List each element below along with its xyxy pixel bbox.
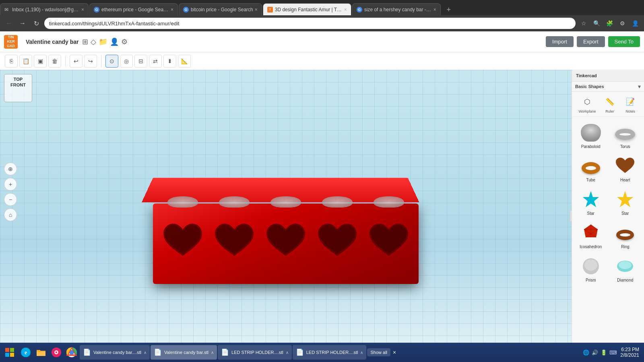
shape-icosahedron[interactable]: Icosahedron bbox=[575, 220, 607, 251]
diamond-label: Diamond bbox=[617, 278, 633, 282]
folder-icon[interactable]: 📁 bbox=[99, 37, 107, 46]
tab-tinkercad[interactable]: T 3D design Fantastic Amur | Tinke... × bbox=[263, 3, 351, 15]
shape-prism[interactable]: Prism bbox=[575, 254, 607, 284]
tab-close-candy[interactable]: × bbox=[433, 7, 436, 12]
panel-collapse-arrow[interactable]: › bbox=[570, 210, 572, 222]
tab-ethereum[interactable]: G ethereum price - Google Search × bbox=[89, 3, 178, 15]
taskbar-clock[interactable]: 6:23 PM 2/8/2021 bbox=[620, 347, 639, 358]
group-button[interactable]: ▣ bbox=[34, 55, 47, 68]
zoom-in-button[interactable]: + bbox=[4, 178, 17, 191]
3d-model-container bbox=[141, 147, 431, 300]
tab-close-bitcoin[interactable]: × bbox=[255, 7, 258, 12]
export-button[interactable]: Export bbox=[577, 36, 605, 47]
account-icon[interactable]: 👤 bbox=[630, 18, 641, 29]
shape-diamond[interactable]: Diamond bbox=[610, 254, 641, 284]
tab-bitcoin[interactable]: G bitcoin price - Google Search × bbox=[179, 3, 262, 15]
tab-close-inbox[interactable]: × bbox=[81, 7, 84, 12]
settings-icon[interactable]: ⚙ bbox=[617, 18, 628, 29]
zoom-to-fit-button[interactable]: ⊕ bbox=[4, 162, 17, 175]
user-icon[interactable]: 👤 bbox=[110, 37, 119, 46]
tab-inbox[interactable]: ✉ Inbox (1,190) - wdavisonj@gm... × bbox=[0, 3, 89, 15]
systray-icons: 🌐 🔊 🔋 ⌨ bbox=[583, 350, 617, 356]
shape-tube[interactable]: Tube bbox=[575, 154, 607, 184]
redo-button[interactable]: ↪ bbox=[84, 55, 97, 68]
taskbar-item-3-indicator[interactable]: ∧ bbox=[286, 350, 289, 355]
grid-view-icon[interactable]: ⊞ bbox=[82, 37, 88, 46]
measure-button[interactable]: 📐 bbox=[178, 55, 191, 68]
shape-tool-icon[interactable]: ◇ bbox=[91, 37, 96, 46]
torus-label: Torus bbox=[620, 144, 630, 149]
project-title[interactable]: Valentine candy bar bbox=[26, 39, 79, 45]
home-view-button[interactable]: ⌂ bbox=[4, 208, 17, 221]
workplane-tool[interactable]: ⬡ Workplane bbox=[579, 95, 596, 113]
paste-button[interactable]: 📋 bbox=[19, 55, 32, 68]
new-tab-button[interactable]: + bbox=[443, 4, 454, 15]
ring-label: Ring bbox=[621, 245, 630, 249]
notes-tool[interactable]: 📝 Notes bbox=[623, 95, 637, 113]
forward-button[interactable]: → bbox=[17, 18, 28, 29]
taskbar-item-4[interactable]: 📄 LED STRIP HOLDER....stl ∧ bbox=[293, 345, 367, 360]
tab-favicon-candy: G bbox=[357, 7, 362, 12]
svg-rect-12 bbox=[10, 348, 14, 352]
bump-2 bbox=[219, 196, 250, 208]
shape-ring[interactable]: Ring bbox=[610, 220, 641, 251]
extensions-icon[interactable]: 🧩 bbox=[604, 18, 615, 29]
taskbar-date-value: 2/8/2021 bbox=[620, 352, 639, 358]
category-dropdown-arrow[interactable]: ▾ bbox=[638, 83, 641, 90]
battery-icon[interactable]: 🔋 bbox=[601, 350, 607, 356]
music-player-icon[interactable] bbox=[49, 345, 64, 360]
mirror-button[interactable]: ⬍ bbox=[163, 55, 176, 68]
zoom-out-button[interactable]: − bbox=[4, 193, 17, 206]
tinkercad-logo[interactable]: TINKERCAD bbox=[4, 35, 18, 49]
tab-close-tinkercad[interactable]: × bbox=[344, 7, 347, 12]
back-button[interactable]: ← bbox=[3, 18, 14, 29]
tab-title-ethereum: ethereum price - Google Search bbox=[101, 7, 169, 12]
bookmark-icon[interactable]: ☆ bbox=[578, 18, 589, 29]
view-cube[interactable]: TOP FRONT bbox=[4, 74, 36, 106]
shape-star-blue[interactable]: Star bbox=[575, 187, 607, 217]
tab-candy-size[interactable]: G size of a hershey candy bar - Go... × bbox=[352, 3, 441, 15]
ruler-tool[interactable]: 📏 Ruler bbox=[603, 95, 617, 113]
file-manager-icon[interactable] bbox=[34, 345, 48, 360]
delete-button[interactable]: 🗑 bbox=[48, 55, 61, 68]
network-icon[interactable]: 🌐 bbox=[583, 350, 589, 356]
shape-paraboloid[interactable]: Paraboloid bbox=[575, 120, 607, 150]
tab-title-candy: size of a hershey candy bar - Go... bbox=[364, 7, 432, 12]
keyboard-icon[interactable]: ⌨ bbox=[609, 350, 617, 356]
taskbar-item-2-indicator[interactable]: ∧ bbox=[211, 350, 214, 355]
svg-rect-14 bbox=[10, 353, 14, 357]
view-cube-box[interactable]: TOP FRONT bbox=[4, 74, 32, 102]
taskbar-item-2[interactable]: 📄 Valentine candy bar.stl ∧ bbox=[151, 345, 217, 360]
snap-button[interactable]: ◎ bbox=[120, 55, 133, 68]
send-to-button[interactable]: Send To bbox=[608, 36, 640, 47]
reload-button[interactable]: ↻ bbox=[31, 18, 42, 29]
taskbar-item-3[interactable]: 📄 LED STRIP HOLDER....stl ∧ bbox=[218, 345, 292, 360]
close-taskbar-icon[interactable]: × bbox=[391, 349, 398, 356]
shape-star-gold[interactable]: Star bbox=[610, 187, 641, 217]
ie-icon[interactable]: e bbox=[19, 345, 33, 360]
taskbar-item-1-indicator[interactable]: ∧ bbox=[144, 350, 147, 355]
viewport[interactable]: TOP FRONT ⊕ + − ⌂ › bbox=[0, 70, 572, 362]
flip-button[interactable]: ⇄ bbox=[149, 55, 162, 68]
taskbar-item-1[interactable]: 📄 Valentine candy bar....stl ∧ bbox=[80, 345, 150, 360]
show-all-button[interactable]: Show all bbox=[367, 348, 390, 356]
address-input[interactable] bbox=[44, 18, 576, 29]
logo-box: TINKERCAD bbox=[4, 35, 18, 49]
gear-settings-icon[interactable]: ⚙ bbox=[121, 37, 128, 46]
undo-button[interactable]: ↩ bbox=[70, 55, 83, 68]
align-button[interactable]: ⊟ bbox=[134, 55, 147, 68]
copy-button[interactable]: ⎘ bbox=[5, 55, 18, 68]
search-icon[interactable]: 🔍 bbox=[591, 18, 602, 29]
music-icon bbox=[51, 347, 62, 358]
import-button[interactable]: Import bbox=[546, 36, 574, 47]
notes-icon: 📝 bbox=[623, 95, 637, 109]
chrome-icon-taskbar[interactable] bbox=[64, 345, 79, 360]
shape-heart[interactable]: Heart bbox=[610, 154, 641, 184]
bump-5 bbox=[374, 196, 404, 208]
taskbar-item-4-indicator[interactable]: ∧ bbox=[360, 350, 363, 355]
tab-close-ethereum[interactable]: × bbox=[171, 7, 173, 12]
start-button[interactable] bbox=[2, 344, 18, 360]
volume-icon[interactable]: 🔊 bbox=[592, 350, 598, 356]
camera-target-button[interactable]: ⊙ bbox=[105, 55, 118, 68]
shape-torus[interactable]: Torus bbox=[610, 120, 641, 150]
